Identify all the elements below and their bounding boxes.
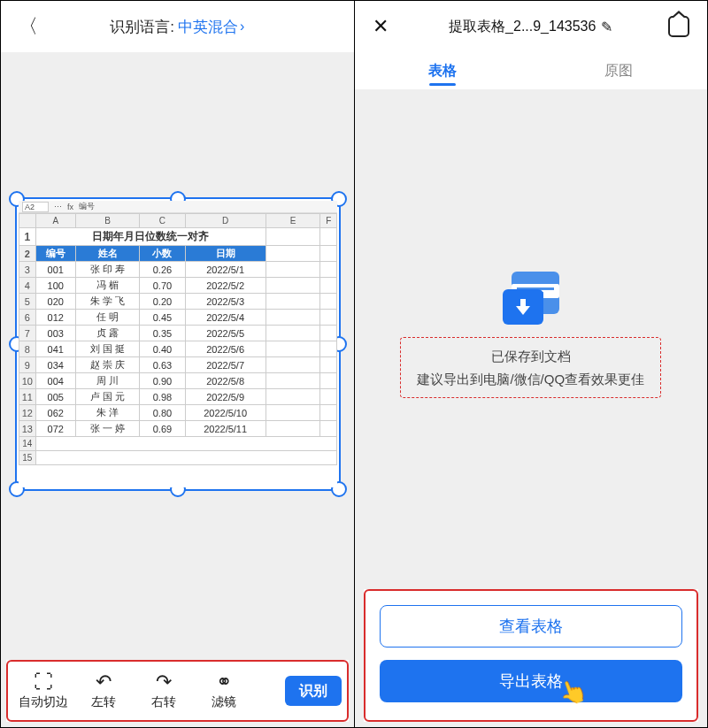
edit-icon[interactable]: ✎ [601,19,612,35]
back-icon[interactable]: 〈 [19,13,38,40]
table-cell: 冯 楣 [75,278,139,294]
highlight-frame [364,589,699,722]
table-row: 5020朱 学 飞0.202022/5/3 [19,294,337,310]
table-cell: 2022/5/6 [185,341,266,357]
col-header: A [35,214,75,228]
table-cell: 100 [35,278,75,294]
table-cell: 2022/5/10 [185,405,266,421]
table-header: 姓名 [75,246,139,262]
table-cell: 0.45 [140,310,186,326]
table-cell: 020 [35,294,75,310]
table-cell: 034 [35,357,75,373]
close-icon[interactable]: ✕ [373,15,389,38]
table-cell: 2022/5/2 [185,278,266,294]
table-header: 小数 [140,246,186,262]
left-panel: 〈 识别语言: 中英混合 › A2 ⋯fx [1,1,355,727]
col-header: D [185,214,266,228]
home-icon[interactable] [668,16,689,37]
spreadsheet-table: A B C D E F 1日期年月日位数统一对齐 2 编号 姓名 小数 日 [19,213,337,465]
crop-stage: A2 ⋯fx 编号 A B C D E F [1,52,354,727]
table-header: 日期 [185,246,266,262]
table-cell: 朱 洋 [75,405,139,421]
table-cell: 072 [35,421,75,437]
table-row: 8041刘 国 挺0.402022/5/6 [19,341,337,357]
table-cell: 张 一 婷 [75,421,139,437]
language-label: 识别语言: [110,17,174,37]
tab-table[interactable]: 表格 [355,52,531,89]
table-cell: 任 明 [75,310,139,326]
left-header: 〈 识别语言: 中英混合 › [1,1,354,52]
table-cell: 012 [35,310,75,326]
table-cell: 0.20 [140,294,186,310]
table-cell: 2022/5/4 [185,310,266,326]
right-header: ✕ 提取表格_2...9_143536 ✎ [355,1,708,52]
doc-title-text: 提取表格_2...9_143536 [449,18,596,36]
saved-message: 已保存到文档 建议导出到电脑/微信/QQ查看效果更佳 [400,337,661,398]
table-cell: 0.63 [140,357,186,373]
table-cell: 062 [35,405,75,421]
download-folder-icon [503,272,559,325]
chevron-right-icon: › [240,19,244,34]
table-cell: 刘 国 挺 [75,341,139,357]
table-cell: 卢 国 元 [75,389,139,405]
col-header: F [320,214,337,228]
table-row: 12062朱 洋0.802022/5/10 [19,405,337,421]
table-cell: 张 印 寿 [75,262,139,278]
right-panel: ✕ 提取表格_2...9_143536 ✎ 表格 原图 已保存到文档 建议导出到… [355,1,708,727]
table-cell: 2022/5/1 [185,262,266,278]
table-cell: 001 [35,262,75,278]
table-row: 6012任 明0.452022/5/4 [19,310,337,326]
table-cell: 2022/5/3 [185,294,266,310]
table-row: 4100冯 楣0.702022/5/2 [19,278,337,294]
col-header: B [75,214,139,228]
table-cell: 赵 崇 庆 [75,357,139,373]
table-cell: 朱 学 飞 [75,294,139,310]
table-cell: 0.80 [140,405,186,421]
formula-bar: A2 ⋯fx 编号 [19,201,337,213]
doc-title[interactable]: 提取表格_2...9_143536 ✎ [449,18,612,36]
table-cell: 2022/5/7 [185,357,266,373]
spreadsheet-preview: A2 ⋯fx 编号 A B C D E F [19,201,337,487]
crop-box[interactable]: A2 ⋯fx 编号 A B C D E F [15,197,341,491]
language-value: 中英混合 [178,17,238,37]
table-cell: 0.69 [140,421,186,437]
table-cell: 2022/5/5 [185,326,266,341]
table-cell: 贞 露 [75,326,139,341]
table-cell: 0.98 [140,389,186,405]
result-tabs: 表格 原图 [355,52,708,89]
table-cell: 2022/5/11 [185,421,266,437]
table-row: 11005卢 国 元0.982022/5/9 [19,389,337,405]
table-cell: 周 川 [75,373,139,389]
table-row: 3001张 印 寿0.262022/5/1 [19,262,337,278]
table-row: 13072张 一 婷0.692022/5/11 [19,421,337,437]
table-cell: 041 [35,341,75,357]
cell-ref: A2 [22,202,49,212]
table-cell: 004 [35,373,75,389]
formula-content: 编号 [79,201,95,212]
table-cell: 0.70 [140,278,186,294]
table-cell: 0.40 [140,341,186,357]
table-cell: 003 [35,326,75,341]
table-cell: 0.26 [140,262,186,278]
table-cell: 2022/5/8 [185,373,266,389]
table-cell: 0.35 [140,326,186,341]
table-header: 编号 [35,246,75,262]
table-row: 9034赵 崇 庆0.632022/5/7 [19,357,337,373]
col-header: E [266,214,320,228]
table-title: 日期年月日位数统一对齐 [35,228,266,246]
table-row: 7003贞 露0.352022/5/5 [19,326,337,341]
tab-original[interactable]: 原图 [531,52,707,89]
saved-line2: 建议导出到电脑/微信/QQ查看效果更佳 [417,368,644,391]
saved-card: 已保存到文档 建议导出到电脑/微信/QQ查看效果更佳 [400,272,661,398]
saved-line1: 已保存到文档 [417,345,644,368]
highlight-frame [6,660,349,722]
table-row: 10004周 川0.902022/5/8 [19,373,337,389]
table-cell: 005 [35,389,75,405]
language-selector[interactable]: 识别语言: 中英混合 › [110,17,244,37]
table-cell: 0.90 [140,373,186,389]
col-header: C [140,214,186,228]
result-body: 已保存到文档 建议导出到电脑/微信/QQ查看效果更佳 查看表格 导出表格 👆 [355,89,708,727]
table-cell: 2022/5/9 [185,389,266,405]
